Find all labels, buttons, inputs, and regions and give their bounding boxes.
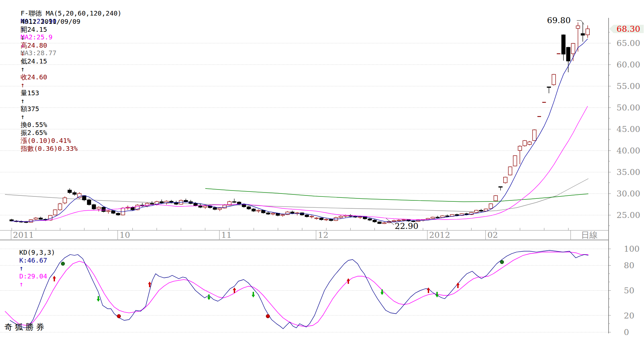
candle-body <box>562 35 565 54</box>
candle-body <box>271 213 275 214</box>
candle-body <box>34 218 38 219</box>
candle-body <box>107 211 110 212</box>
candle-body <box>494 196 498 201</box>
candle-body <box>213 208 217 209</box>
candle-body <box>567 47 570 61</box>
candle-body <box>223 205 226 208</box>
kd-axis-label: 80 <box>624 261 634 270</box>
candle-body <box>58 204 62 210</box>
kd-green-dot-marker <box>61 262 65 266</box>
x-axis-label: 2011 <box>13 230 34 240</box>
price-axis-label: 40.00 <box>617 146 640 155</box>
kd-sell-arrow-icon <box>252 292 255 298</box>
kd-buy-arrow-icon <box>53 276 56 281</box>
kd-buy-arrow-icon <box>347 278 350 284</box>
stock-chart-app: F-聯德 MA(5,20,60,120,240) MA1:23.90 ↑ MA2… <box>0 0 644 338</box>
candle-body <box>320 218 323 220</box>
candle-body <box>513 156 517 166</box>
candle-body <box>102 207 105 212</box>
candle-body <box>523 141 526 146</box>
candle-body <box>552 74 556 85</box>
candle-body <box>402 220 406 220</box>
ma120-line <box>205 189 588 202</box>
candle-body <box>53 210 57 215</box>
candle-body <box>266 213 270 214</box>
candle-body <box>257 210 260 211</box>
candle-body <box>310 216 314 217</box>
candle-body <box>92 205 96 209</box>
kd-sell-arrow-icon <box>97 296 100 302</box>
software-watermark: 奇狐勝券 <box>4 321 47 332</box>
peak-price-annotation: 69.80 <box>547 16 571 25</box>
price-axis-label: 55.00 <box>617 81 640 91</box>
kd-red-dot-marker <box>117 315 121 318</box>
candle-body <box>344 215 347 216</box>
candle-body <box>24 222 28 223</box>
candle-body <box>329 219 333 221</box>
candle-body <box>586 29 589 35</box>
kd-sell-arrow-icon <box>380 289 384 295</box>
candle-body <box>441 216 444 218</box>
candle-body <box>382 223 386 224</box>
candle-body <box>373 220 376 222</box>
candle-body <box>479 210 483 211</box>
candle-body <box>242 204 246 207</box>
price-axis-label: 35.00 <box>617 167 640 177</box>
kd-buy-arrow-icon <box>427 287 430 293</box>
candle-body <box>112 211 115 213</box>
x-axis-label: 10 <box>120 230 130 240</box>
price-axis-label: 50.00 <box>617 103 640 112</box>
candle-body <box>286 212 289 215</box>
candle-body <box>252 209 256 211</box>
price-axis-label: 25.00 <box>617 210 640 220</box>
candle-body <box>97 207 101 209</box>
candle-body <box>87 200 91 205</box>
candle-body <box>73 192 76 194</box>
candle-body <box>358 217 362 217</box>
period-selector[interactable]: 日線 <box>581 230 598 240</box>
candle-body <box>528 142 531 145</box>
kd-axis-label: 100 <box>624 244 640 254</box>
kd-axis-label: 50 <box>624 286 634 295</box>
kd-axis-label: 0 <box>624 327 629 337</box>
candle-body <box>131 207 134 210</box>
candle-body <box>436 217 439 218</box>
candle-body <box>431 217 434 219</box>
price-axis-label: 60.00 <box>617 60 640 69</box>
kd-axis-label: 20 <box>624 311 634 320</box>
candle-body <box>247 207 251 209</box>
candle-body <box>489 204 493 208</box>
candle-body <box>315 218 319 219</box>
candle-body <box>339 216 343 218</box>
candle-body <box>290 212 294 213</box>
chart-canvas[interactable]: 2011101112201202日線65.0060.0055.0050.0045… <box>0 0 644 338</box>
candle-body <box>63 198 67 203</box>
candle-body <box>518 146 522 150</box>
current-price-label: 68.30 <box>617 24 640 34</box>
candle-body <box>581 33 585 35</box>
candle-body <box>368 219 372 220</box>
ma5-line <box>12 39 588 222</box>
candle-body <box>174 202 178 204</box>
x-axis-label: 02 <box>487 230 498 240</box>
candle-body <box>532 130 536 141</box>
candle-body <box>68 190 72 193</box>
candle-body <box>82 196 86 200</box>
price-axis-label: 65.00 <box>617 38 640 48</box>
candle-body <box>508 167 512 175</box>
candle-body <box>262 210 265 213</box>
candle-body <box>10 220 14 221</box>
candle-body <box>150 203 154 204</box>
kd-red-dot-marker <box>266 315 270 318</box>
candle-body <box>576 26 580 28</box>
candle-body <box>324 219 328 220</box>
kd-green-dot-marker <box>500 260 504 264</box>
candle-body <box>184 200 188 202</box>
price-axis-label: 45.00 <box>617 124 640 134</box>
x-axis-label: 2012 <box>429 230 450 240</box>
candle-body <box>455 215 459 216</box>
x-axis-label: 11 <box>221 230 232 240</box>
candle-body <box>160 202 164 203</box>
candle-body <box>474 210 478 213</box>
candle-body <box>232 202 236 202</box>
